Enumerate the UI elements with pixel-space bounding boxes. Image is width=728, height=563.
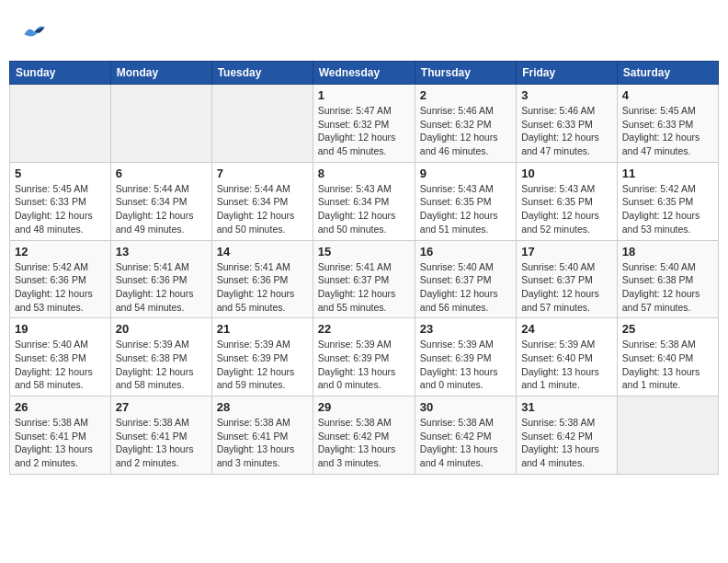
day-cell: 11Sunrise: 5:42 AMSunset: 6:35 PMDayligh… (617, 162, 718, 240)
day-number: 12 (15, 245, 106, 259)
day-info: Sunrise: 5:43 AMSunset: 6:35 PMDaylight:… (420, 182, 511, 236)
day-cell: 12Sunrise: 5:42 AMSunset: 6:36 PMDayligh… (10, 240, 111, 318)
day-cell: 17Sunrise: 5:40 AMSunset: 6:37 PMDayligh… (517, 240, 618, 318)
day-cell: 2Sunrise: 5:46 AMSunset: 6:32 PMDaylight… (415, 85, 516, 163)
day-cell (617, 396, 718, 475)
day-info: Sunrise: 5:41 AMSunset: 6:36 PMDaylight:… (116, 260, 207, 315)
day-cell: 15Sunrise: 5:41 AMSunset: 6:37 PMDayligh… (313, 240, 415, 318)
day-info: Sunrise: 5:40 AMSunset: 6:38 PMDaylight:… (622, 260, 713, 315)
day-number: 28 (217, 400, 308, 414)
day-number: 9 (420, 167, 511, 180)
day-number: 11 (622, 167, 713, 180)
day-cell: 3Sunrise: 5:46 AMSunset: 6:33 PMDaylight… (517, 85, 618, 163)
day-info: Sunrise: 5:38 AMSunset: 6:42 PMDaylight:… (318, 416, 410, 470)
day-info: Sunrise: 5:44 AMSunset: 6:34 PMDaylight:… (217, 182, 308, 236)
week-row-5: 26Sunrise: 5:38 AMSunset: 6:41 PMDayligh… (10, 396, 719, 475)
calendar-table: SundayMondayTuesdayWednesdayThursdayFrid… (9, 61, 719, 475)
day-info: Sunrise: 5:43 AMSunset: 6:35 PMDaylight:… (521, 182, 612, 236)
day-number: 23 (420, 322, 511, 336)
day-info: Sunrise: 5:42 AMSunset: 6:35 PMDaylight:… (622, 182, 713, 236)
day-number: 6 (116, 167, 207, 180)
day-info: Sunrise: 5:39 AMSunset: 6:38 PMDaylight:… (116, 338, 207, 392)
day-info: Sunrise: 5:45 AMSunset: 6:33 PMDaylight:… (15, 182, 106, 236)
day-cell (10, 85, 111, 163)
day-info: Sunrise: 5:38 AMSunset: 6:42 PMDaylight:… (420, 416, 511, 470)
day-number: 27 (116, 400, 207, 414)
day-cell: 31Sunrise: 5:38 AMSunset: 6:42 PMDayligh… (517, 396, 618, 475)
day-cell: 8Sunrise: 5:43 AMSunset: 6:34 PMDaylight… (313, 162, 415, 240)
day-info: Sunrise: 5:40 AMSunset: 6:37 PMDaylight:… (420, 260, 511, 315)
day-cell: 29Sunrise: 5:38 AMSunset: 6:42 PMDayligh… (313, 396, 415, 475)
day-cell: 22Sunrise: 5:39 AMSunset: 6:39 PMDayligh… (313, 318, 415, 396)
weekday-header-monday: Monday (110, 62, 211, 85)
day-info: Sunrise: 5:46 AMSunset: 6:32 PMDaylight:… (420, 104, 511, 158)
day-number: 15 (318, 245, 410, 259)
day-cell: 23Sunrise: 5:39 AMSunset: 6:39 PMDayligh… (415, 318, 516, 396)
day-number: 26 (15, 400, 106, 414)
day-info: Sunrise: 5:40 AMSunset: 6:38 PMDaylight:… (15, 338, 106, 392)
day-number: 5 (15, 167, 106, 180)
day-number: 25 (622, 322, 713, 336)
weekday-header-friday: Friday (517, 62, 618, 85)
day-cell (110, 85, 211, 163)
day-info: Sunrise: 5:41 AMSunset: 6:36 PMDaylight:… (217, 260, 308, 315)
day-number: 18 (622, 245, 713, 259)
logo-icon (18, 18, 48, 52)
day-number: 22 (318, 322, 410, 336)
week-row-1: 1Sunrise: 5:47 AMSunset: 6:32 PMDaylight… (10, 85, 719, 163)
weekday-header-saturday: Saturday (617, 62, 718, 85)
day-cell: 27Sunrise: 5:38 AMSunset: 6:41 PMDayligh… (110, 396, 211, 475)
day-number: 16 (420, 245, 511, 259)
day-number: 19 (15, 322, 106, 336)
day-info: Sunrise: 5:38 AMSunset: 6:40 PMDaylight:… (622, 338, 713, 392)
day-cell: 14Sunrise: 5:41 AMSunset: 6:36 PMDayligh… (211, 240, 313, 318)
day-cell: 16Sunrise: 5:40 AMSunset: 6:37 PMDayligh… (415, 240, 516, 318)
day-cell: 24Sunrise: 5:39 AMSunset: 6:40 PMDayligh… (517, 318, 618, 396)
day-number: 13 (116, 245, 207, 259)
day-cell: 6Sunrise: 5:44 AMSunset: 6:34 PMDaylight… (110, 162, 211, 240)
day-info: Sunrise: 5:42 AMSunset: 6:36 PMDaylight:… (15, 260, 106, 315)
weekday-header-tuesday: Tuesday (211, 62, 313, 85)
day-number: 2 (420, 88, 511, 102)
week-row-3: 12Sunrise: 5:42 AMSunset: 6:36 PMDayligh… (10, 240, 719, 318)
day-cell (211, 85, 313, 163)
day-cell: 7Sunrise: 5:44 AMSunset: 6:34 PMDaylight… (211, 162, 313, 240)
day-info: Sunrise: 5:39 AMSunset: 6:40 PMDaylight:… (521, 338, 612, 392)
day-cell: 9Sunrise: 5:43 AMSunset: 6:35 PMDaylight… (415, 162, 516, 240)
day-info: Sunrise: 5:41 AMSunset: 6:37 PMDaylight:… (318, 260, 410, 315)
logo (18, 18, 50, 52)
week-row-2: 5Sunrise: 5:45 AMSunset: 6:33 PMDaylight… (10, 162, 719, 240)
day-number: 1 (318, 88, 410, 102)
day-number: 29 (318, 400, 410, 414)
weekday-header-sunday: Sunday (10, 62, 111, 85)
day-info: Sunrise: 5:45 AMSunset: 6:33 PMDaylight:… (622, 104, 713, 158)
day-info: Sunrise: 5:43 AMSunset: 6:34 PMDaylight:… (318, 182, 410, 236)
day-number: 14 (217, 245, 308, 259)
day-info: Sunrise: 5:40 AMSunset: 6:37 PMDaylight:… (521, 260, 612, 315)
day-number: 21 (217, 322, 308, 336)
day-cell: 20Sunrise: 5:39 AMSunset: 6:38 PMDayligh… (110, 318, 211, 396)
day-number: 17 (521, 245, 612, 259)
page-header (9, 9, 719, 56)
weekday-header-thursday: Thursday (415, 62, 516, 85)
day-cell: 28Sunrise: 5:38 AMSunset: 6:41 PMDayligh… (211, 396, 313, 475)
day-cell: 5Sunrise: 5:45 AMSunset: 6:33 PMDaylight… (10, 162, 111, 240)
day-number: 24 (521, 322, 612, 336)
day-number: 8 (318, 167, 410, 180)
day-number: 3 (521, 88, 612, 102)
day-info: Sunrise: 5:38 AMSunset: 6:41 PMDaylight:… (217, 416, 308, 470)
day-info: Sunrise: 5:44 AMSunset: 6:34 PMDaylight:… (116, 182, 207, 236)
day-number: 10 (521, 167, 612, 180)
week-row-4: 19Sunrise: 5:40 AMSunset: 6:38 PMDayligh… (10, 318, 719, 396)
weekday-header-wednesday: Wednesday (313, 62, 415, 85)
day-number: 4 (622, 88, 713, 102)
day-info: Sunrise: 5:38 AMSunset: 6:41 PMDaylight:… (15, 416, 106, 470)
day-number: 7 (217, 167, 308, 180)
day-info: Sunrise: 5:38 AMSunset: 6:41 PMDaylight:… (116, 416, 207, 470)
day-cell: 4Sunrise: 5:45 AMSunset: 6:33 PMDaylight… (617, 85, 718, 163)
day-number: 30 (420, 400, 511, 414)
day-cell: 1Sunrise: 5:47 AMSunset: 6:32 PMDaylight… (313, 85, 415, 163)
day-info: Sunrise: 5:47 AMSunset: 6:32 PMDaylight:… (318, 104, 410, 158)
day-cell: 30Sunrise: 5:38 AMSunset: 6:42 PMDayligh… (415, 396, 516, 475)
day-info: Sunrise: 5:39 AMSunset: 6:39 PMDaylight:… (420, 338, 511, 392)
